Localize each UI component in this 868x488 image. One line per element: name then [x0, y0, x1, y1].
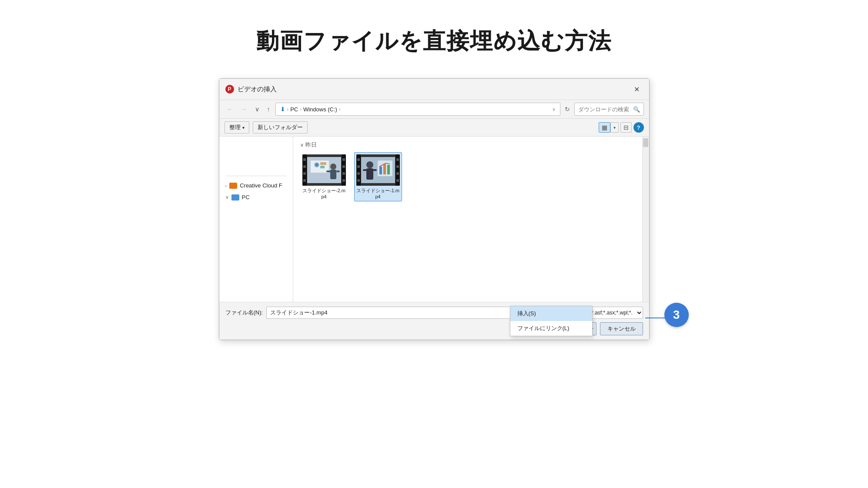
annotation-wrapper: P ビデオの挿入 ✕ ← → ∨ ↑ ⬇ › PC › Windows (C:)… [219, 78, 650, 340]
split-icon: ⊟ [623, 124, 629, 131]
svg-rect-13 [363, 169, 367, 171]
dropdown-button[interactable]: ∨ [252, 104, 262, 114]
film-strip-left-slide2 [302, 154, 307, 186]
dialog-app-icon: P [225, 85, 234, 94]
svg-point-3 [315, 163, 318, 167]
svg-rect-14 [373, 169, 377, 171]
dropdown-link-label: ファイルにリンク(L) [517, 325, 570, 331]
film-strip-right-slide2 [342, 154, 346, 186]
sidebar-divider [225, 176, 287, 176]
dialog-title: ビデオの挿入 [238, 85, 277, 94]
film-hole [303, 179, 306, 182]
svg-rect-4 [320, 162, 326, 165]
sidebar-item-pc[interactable]: ∨ PC [219, 191, 293, 203]
sidebar-item-creative-cloud[interactable]: › Creative Cloud F [219, 180, 293, 191]
film-hole [303, 165, 306, 168]
film-hole [303, 158, 306, 161]
film-hole [396, 158, 399, 161]
sidebar: › Creative Cloud F ∨ PC [219, 137, 293, 302]
new-folder-button[interactable]: 新しいフォルダー [253, 121, 308, 134]
organize-label: 整理 [229, 124, 241, 131]
collapse-icon: ∨ [300, 142, 304, 148]
film-hole [357, 165, 360, 168]
dropdown-insert-item[interactable]: 挿入(S) [510, 306, 592, 321]
film-hole [342, 165, 345, 168]
footer-row2: ツール(L) ▾ 挿入(S) ▾ キャンセル [225, 322, 643, 335]
slide1-svg [361, 157, 395, 183]
film-hole [342, 172, 345, 175]
help-button[interactable]: ? [633, 122, 644, 133]
search-box: 🔍 [574, 103, 644, 116]
breadcrumb-separator3: › [339, 107, 341, 112]
svg-rect-17 [383, 164, 386, 174]
svg-rect-1 [311, 160, 329, 173]
film-hole [342, 158, 345, 161]
thumb-content-slide1 [361, 157, 395, 183]
view-split-button[interactable]: ⊟ [620, 122, 632, 133]
slide2-svg [307, 157, 341, 183]
dialog-titlebar: P ビデオの挿入 ✕ [219, 79, 649, 100]
up-button[interactable]: ↑ [265, 104, 273, 114]
expand-icon: › [225, 183, 227, 188]
step-badge-3: 3 [664, 303, 689, 327]
file-area: ∨ 昨日 [293, 137, 642, 302]
view-tiles-dropdown[interactable]: ▾ [610, 122, 619, 133]
svg-rect-8 [326, 170, 331, 172]
search-icon: 🔍 [633, 106, 640, 113]
cancel-label: キャンセル [607, 325, 636, 332]
back-button[interactable]: ← [225, 104, 236, 114]
badge-number: 3 [673, 308, 680, 322]
svg-rect-5 [320, 166, 325, 168]
dialog-close-button[interactable]: ✕ [631, 83, 643, 95]
dialog-body: › Creative Cloud F ∨ PC ∨ 昨日 [219, 137, 649, 302]
svg-rect-7 [330, 170, 336, 179]
file-thumbnail-slide2 [302, 154, 346, 186]
filename-input[interactable] [266, 307, 542, 319]
insert-dropdown-menu: 挿入(S) ファイルにリンク(L) [510, 306, 593, 336]
file-grid: スライドショー-2.mp4 [300, 152, 635, 201]
scrollbar-thumb[interactable] [643, 138, 648, 147]
file-name-slide1: スライドショー-1.mp4 [356, 187, 400, 199]
film-hole [303, 172, 306, 175]
creative-cloud-folder-icon [229, 183, 237, 189]
tiles-icon: ▦ [602, 124, 607, 131]
new-folder-label: 新しいフォルダー [258, 124, 303, 131]
breadcrumb-pc: PC [290, 106, 298, 113]
search-input[interactable] [578, 106, 630, 113]
dropdown-link-item[interactable]: ファイルにリンク(L) [510, 321, 592, 336]
organize-button[interactable]: 整理 ▾ [225, 121, 249, 134]
svg-point-11 [366, 161, 373, 168]
film-hole [357, 179, 360, 182]
svg-rect-12 [366, 168, 373, 180]
view-toolbar: 整理 ▾ 新しいフォルダー ▦ ▾ ⊟ [219, 119, 649, 137]
film-hole [357, 158, 360, 161]
page-background: 動画ファイルを直接埋め込む方法 P ビデオの挿入 ✕ ← → ∨ ↑ ⬇ › P… [0, 0, 868, 488]
svg-rect-18 [387, 165, 390, 174]
date-section-label: ∨ 昨日 [300, 141, 635, 149]
dropdown-insert-label: 挿入(S) [517, 310, 536, 317]
nav-toolbar: ← → ∨ ↑ ⬇ › PC › Windows (C:) › ∨ ↻ 🔍 [219, 100, 649, 119]
file-item-slide1[interactable]: スライドショー-1.mp4 [354, 152, 402, 201]
view-icons-group: ▦ ▾ ⊟ ? [599, 122, 644, 133]
pc-expand-icon: ∨ [225, 194, 229, 200]
breadcrumb-bar[interactable]: ⬇ › PC › Windows (C:) › ∨ [275, 103, 560, 116]
file-thumbnail-slide1 [356, 154, 400, 186]
organize-chevron-icon: ▾ [242, 125, 245, 130]
file-item-slide2[interactable]: スライドショー-2.mp4 [300, 152, 348, 201]
film-hole [396, 172, 399, 175]
film-hole [342, 179, 345, 182]
tiles-dropdown-icon: ▾ [613, 125, 616, 130]
refresh-button[interactable]: ↻ [563, 104, 572, 114]
forward-button[interactable]: → [238, 104, 250, 114]
view-tiles-button[interactable]: ▦ [599, 122, 610, 133]
film-hole [396, 179, 399, 182]
film-hole [357, 172, 360, 175]
breadcrumb-separator2: › [300, 107, 302, 112]
pc-icon [231, 194, 239, 201]
file-name-slide2: スライドショー-2.mp4 [302, 187, 346, 199]
breadcrumb-separator1: › [287, 107, 289, 112]
svg-point-6 [330, 164, 336, 170]
film-strip-left-slide1 [356, 154, 361, 186]
scrollbar-track[interactable] [642, 137, 649, 302]
cancel-button[interactable]: キャンセル [600, 322, 643, 335]
